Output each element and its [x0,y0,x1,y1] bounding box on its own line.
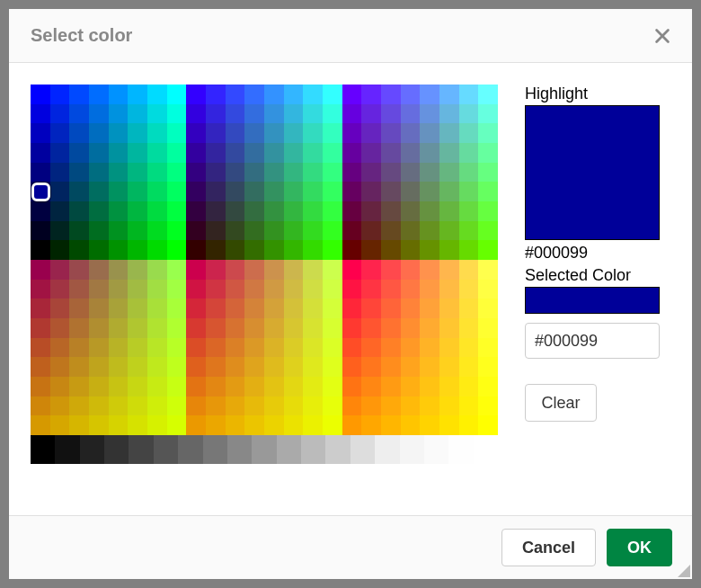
color-swatch[interactable] [264,123,284,143]
color-swatch[interactable] [147,104,167,124]
color-swatch[interactable] [50,357,70,377]
color-swatch[interactable] [206,143,226,163]
color-swatch[interactable] [284,298,304,318]
color-swatch[interactable] [109,280,129,299]
color-swatch[interactable] [459,357,479,377]
color-swatch[interactable] [206,415,226,435]
color-swatch[interactable] [186,280,206,299]
color-swatch[interactable] [439,260,459,280]
color-swatch[interactable] [128,338,147,358]
color-swatch[interactable] [459,280,479,299]
color-swatch[interactable] [284,240,304,260]
color-swatch[interactable] [342,415,362,435]
color-swatch[interactable] [361,201,381,221]
grey-swatch[interactable] [129,435,153,464]
color-swatch[interactable] [401,298,421,318]
color-swatch[interactable] [147,143,167,163]
color-swatch[interactable] [342,260,362,280]
color-swatch[interactable] [206,104,226,124]
color-swatch[interactable] [401,280,421,299]
color-swatch[interactable] [361,415,381,435]
color-swatch[interactable] [244,201,264,221]
color-swatch[interactable] [459,298,479,318]
color-swatch[interactable] [323,377,342,396]
color-swatch[interactable] [401,104,421,124]
color-swatch[interactable] [381,298,401,318]
color-swatch[interactable] [264,260,284,280]
color-swatch[interactable] [478,143,498,163]
color-swatch[interactable] [323,85,342,104]
color-swatch[interactable] [186,260,206,280]
color-swatch[interactable] [244,377,264,396]
color-swatch[interactable] [401,415,421,435]
color-swatch[interactable] [264,201,284,221]
color-swatch[interactable] [69,104,89,124]
color-swatch[interactable] [89,415,109,435]
color-swatch[interactable] [401,143,421,163]
color-swatch[interactable] [459,201,479,221]
color-swatch[interactable] [381,280,401,299]
color-swatch[interactable] [167,221,187,241]
color-swatch[interactable] [342,357,362,377]
color-swatch[interactable] [478,396,498,416]
color-swatch[interactable] [89,221,109,241]
color-swatch[interactable] [478,377,498,396]
color-swatch[interactable] [206,201,226,221]
color-swatch[interactable] [439,415,459,435]
color-swatch[interactable] [31,377,50,396]
color-swatch[interactable] [109,260,129,280]
color-swatch[interactable] [109,298,129,318]
color-swatch[interactable] [128,357,147,377]
color-swatch[interactable] [69,260,89,280]
color-swatch[interactable] [381,221,401,241]
color-swatch[interactable] [361,143,381,163]
color-swatch[interactable] [226,240,245,260]
color-swatch[interactable] [381,357,401,377]
color-swatch[interactable] [420,85,439,104]
color-swatch[interactable] [226,163,245,183]
color-swatch[interactable] [109,201,129,221]
color-swatch[interactable] [381,240,401,260]
color-swatch[interactable] [361,377,381,396]
color-swatch[interactable] [342,163,362,183]
color-swatch[interactable] [478,201,498,221]
color-swatch[interactable] [361,240,381,260]
color-palette[interactable] [31,85,498,435]
color-swatch[interactable] [303,240,323,260]
color-swatch[interactable] [284,104,304,124]
color-swatch[interactable] [31,221,50,241]
color-swatch[interactable] [167,415,187,435]
color-swatch[interactable] [478,298,498,318]
color-swatch[interactable] [342,143,362,163]
color-swatch[interactable] [128,298,147,318]
color-swatch[interactable] [50,123,70,143]
color-swatch[interactable] [147,123,167,143]
color-swatch[interactable] [206,163,226,183]
color-swatch[interactable] [459,123,479,143]
color-swatch[interactable] [361,182,381,201]
color-swatch[interactable] [361,318,381,338]
color-swatch[interactable] [31,260,50,280]
color-swatch[interactable] [284,221,304,241]
color-swatch[interactable] [186,201,206,221]
color-swatch[interactable] [401,338,421,358]
color-swatch[interactable] [226,260,245,280]
color-swatch[interactable] [342,338,362,358]
color-swatch[interactable] [420,318,439,338]
color-swatch[interactable] [244,415,264,435]
color-swatch[interactable] [342,298,362,318]
color-swatch[interactable] [167,104,187,124]
color-swatch[interactable] [50,240,70,260]
color-swatch[interactable] [264,338,284,358]
color-swatch[interactable] [361,104,381,124]
color-swatch[interactable] [69,201,89,221]
color-swatch[interactable] [69,123,89,143]
color-swatch[interactable] [69,377,89,396]
color-swatch[interactable] [89,104,109,124]
color-swatch[interactable] [89,182,109,201]
color-swatch[interactable] [323,338,342,358]
color-swatch[interactable] [284,338,304,358]
color-swatch[interactable] [420,298,439,318]
color-swatch[interactable] [50,143,70,163]
grey-swatch[interactable] [104,435,129,464]
